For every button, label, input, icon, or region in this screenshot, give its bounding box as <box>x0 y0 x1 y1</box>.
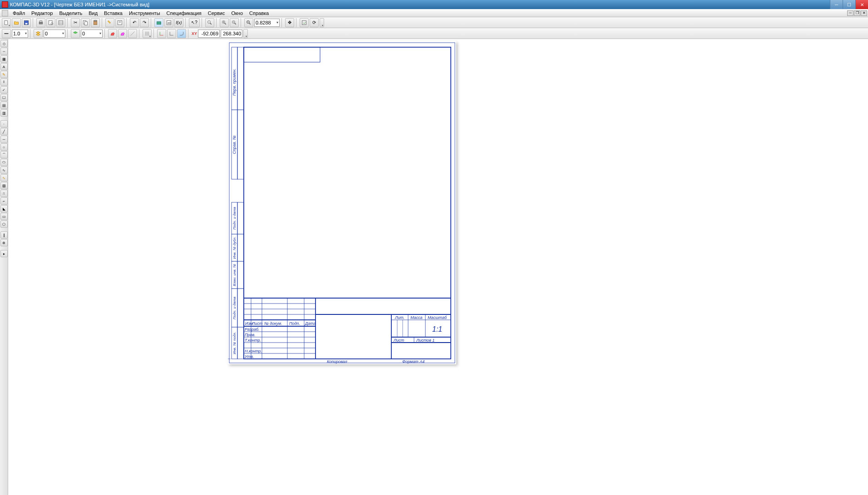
refresh-button[interactable]: ⟳ <box>310 18 319 27</box>
zoom-combo[interactable]: 0.8288 <box>254 19 280 27</box>
menu-select[interactable]: Выделить <box>56 10 85 17</box>
tool-arc-icon[interactable]: ⌒ <box>0 151 8 158</box>
zoom-fit-button[interactable] <box>244 18 253 27</box>
tool-equidistant-icon[interactable]: ∥ <box>0 231 8 239</box>
preview-button[interactable] <box>46 18 55 27</box>
tool-contour-icon[interactable]: ⬡ <box>0 221 8 228</box>
tool-ellipse-icon[interactable]: ⬭ <box>0 159 8 166</box>
format-painter-button[interactable] <box>105 18 114 27</box>
tool-spec-icon[interactable]: ▤ <box>0 102 8 109</box>
zoom-out-button[interactable] <box>230 18 239 27</box>
variables-button[interactable]: ab <box>164 18 173 27</box>
mdi-minimize-button[interactable]: ─ <box>847 10 853 16</box>
tool-segment-icon[interactable]: ─ <box>0 136 8 143</box>
tool-select-icon[interactable]: ☐ <box>0 94 8 101</box>
tool-expand-icon[interactable]: ▸ <box>0 250 8 257</box>
layer-icon[interactable] <box>34 29 43 38</box>
paste-button[interactable] <box>91 18 100 27</box>
menu-view[interactable]: Вид <box>86 10 100 17</box>
menu-file[interactable]: Файл <box>10 10 28 17</box>
tool-designation-icon[interactable]: ▦ <box>0 55 8 63</box>
svg-rect-48 <box>244 47 320 62</box>
tool-geometry-icon[interactable]: ◇ <box>0 40 8 47</box>
menu-spec[interactable]: Спецификация <box>164 10 204 17</box>
open-button[interactable] <box>12 18 21 27</box>
tool-text-icon[interactable]: A <box>0 63 8 70</box>
svg-point-41 <box>145 34 146 35</box>
toolbar-options-button[interactable] <box>320 18 324 27</box>
zoom-window-button[interactable] <box>205 18 214 27</box>
ortho-button[interactable] <box>167 29 176 38</box>
tool-point-icon[interactable]: · <box>0 120 8 127</box>
tb-listov: Листов 1 <box>416 338 434 343</box>
side-podp2: Подп. и дата <box>232 296 237 319</box>
tool-chamfer-icon[interactable]: ◣ <box>0 205 8 212</box>
tool-rect-icon[interactable]: ▭ <box>0 213 8 220</box>
redo-button[interactable]: ↷ <box>140 18 149 27</box>
tool-aux-line-icon[interactable]: ╱ <box>0 128 8 135</box>
grid-button[interactable] <box>143 29 152 38</box>
tool-bezier-icon[interactable]: ∿ <box>0 174 8 181</box>
view-state-combo[interactable]: 0 <box>81 29 103 38</box>
help-arrow-button[interactable]: ↖? <box>189 18 200 27</box>
mdi-icon[interactable] <box>2 10 8 16</box>
tool-fillet-icon[interactable]: ⌐ <box>0 197 8 205</box>
fx-button[interactable]: f(x) <box>174 18 183 27</box>
tool-spline-icon[interactable]: ∿ <box>0 167 8 174</box>
tool-circle-icon[interactable]: ○ <box>0 143 8 151</box>
tool-dimension-icon[interactable]: ↔ <box>0 48 8 55</box>
menu-window[interactable]: Окно <box>228 10 246 17</box>
coord-y-field[interactable]: 268.340 <box>221 29 242 38</box>
drawing-canvas[interactable]: Перв. примен. Справ. № Подп. и дата Инв.… <box>8 39 868 495</box>
svg-point-38 <box>145 33 146 34</box>
pan-button[interactable]: ✥ <box>285 18 294 27</box>
tb-mashtab: Масштаб <box>428 315 447 320</box>
rebuild-button[interactable] <box>300 18 309 27</box>
menubar: Файл Редактор Выделить Вид Вставка Инстр… <box>0 9 868 17</box>
mdi-restore-button[interactable]: ❐ <box>854 10 860 16</box>
svg-point-36 <box>147 32 148 33</box>
tool-edit-icon[interactable]: ✎ <box>0 71 8 78</box>
coord-x-field[interactable]: -92.069 <box>198 29 220 38</box>
tool-report-icon[interactable]: ▥ <box>0 109 8 117</box>
tool-hatch-icon[interactable]: ▨ <box>0 182 8 189</box>
edit-style-1-button[interactable] <box>108 29 117 38</box>
menu-tools[interactable]: Инструменты <box>126 10 163 17</box>
edit-style-2-button[interactable] <box>118 29 127 38</box>
svg-point-42 <box>147 34 148 35</box>
tool-polyline-icon[interactable]: ⎍ <box>0 190 8 197</box>
menu-help[interactable]: Справка <box>247 10 271 17</box>
line-style-icon[interactable] <box>2 29 11 38</box>
edit-style-3-button[interactable] <box>128 29 137 38</box>
tool-param-icon[interactable]: ⫴ <box>0 78 8 86</box>
menu-editor[interactable]: Редактор <box>29 10 55 17</box>
zoom-in-button[interactable] <box>220 18 229 27</box>
toolbar2-options-button[interactable] <box>243 29 248 38</box>
spec-button[interactable] <box>56 18 65 27</box>
new-button[interactable] <box>2 18 11 27</box>
titlebar: КОМПАС-3D V12 - [Чертеж БЕЗ ИМЕНИ1 ->Сис… <box>0 0 868 9</box>
maximize-button[interactable]: ☐ <box>843 0 855 9</box>
menu-insert[interactable]: Вставка <box>101 10 125 17</box>
undo-button[interactable]: ↶ <box>130 18 139 27</box>
view-state-icon[interactable] <box>71 29 80 38</box>
print-button[interactable] <box>36 18 45 27</box>
col-date: Дата <box>305 321 316 326</box>
layer-combo[interactable]: 0 <box>44 29 65 38</box>
svg-rect-11 <box>85 21 88 25</box>
local-cs-button[interactable] <box>157 29 166 38</box>
tool-measure-icon[interactable]: ✓ <box>0 86 8 93</box>
round-button[interactable] <box>177 29 186 38</box>
save-button[interactable] <box>22 18 31 27</box>
mdi-close-button[interactable]: ✕ <box>861 10 867 16</box>
copy-button[interactable] <box>81 18 90 27</box>
col-list: Лист <box>252 321 263 326</box>
library-manager-button[interactable] <box>154 18 163 27</box>
tool-gather-icon[interactable]: ⊕ <box>0 239 8 246</box>
cut-button[interactable]: ✂ <box>71 18 80 27</box>
line-width-combo[interactable]: 1.0 <box>12 29 28 38</box>
close-button[interactable]: ✕ <box>855 0 868 9</box>
minimize-button[interactable]: ─ <box>830 0 843 9</box>
properties-button[interactable] <box>115 18 124 27</box>
menu-service[interactable]: Сервис <box>205 10 228 17</box>
